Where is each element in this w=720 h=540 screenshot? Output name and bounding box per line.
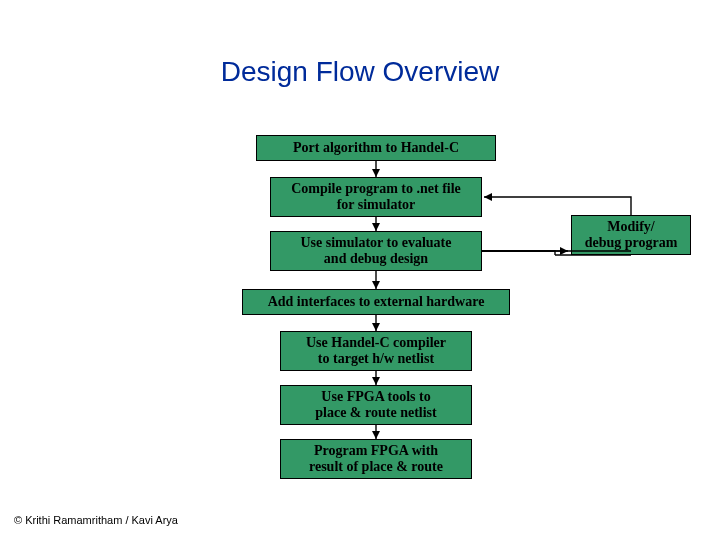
step-simulate-debug: Use simulator to evaluateand debug desig… [270, 231, 482, 271]
page-title: Design Flow Overview [0, 56, 720, 88]
step-label: Compile program to .net filefor simulato… [291, 181, 461, 213]
step-modify-debug: Modify/debug program [571, 215, 691, 255]
step-compile-net: Compile program to .net filefor simulato… [270, 177, 482, 217]
step-label: Program FPGA withresult of place & route [309, 443, 443, 475]
step-label: Modify/debug program [585, 219, 678, 251]
step-label: Use FPGA tools toplace & route netlist [315, 389, 436, 421]
footer-credit: © Krithi Ramamritham / Kavi Arya [14, 514, 178, 526]
step-port-algorithm: Port algorithm to Handel-C [256, 135, 496, 161]
step-label: Port algorithm to Handel-C [293, 140, 459, 156]
step-label: Use simulator to evaluateand debug desig… [301, 235, 452, 267]
step-label: Add interfaces to external hardware [268, 294, 485, 310]
step-fpga-place-route: Use FPGA tools toplace & route netlist [280, 385, 472, 425]
step-handelc-compiler: Use Handel-C compilerto target h/w netli… [280, 331, 472, 371]
step-program-fpga: Program FPGA withresult of place & route [280, 439, 472, 479]
step-label: Use Handel-C compilerto target h/w netli… [306, 335, 446, 367]
step-add-interfaces: Add interfaces to external hardware [242, 289, 510, 315]
